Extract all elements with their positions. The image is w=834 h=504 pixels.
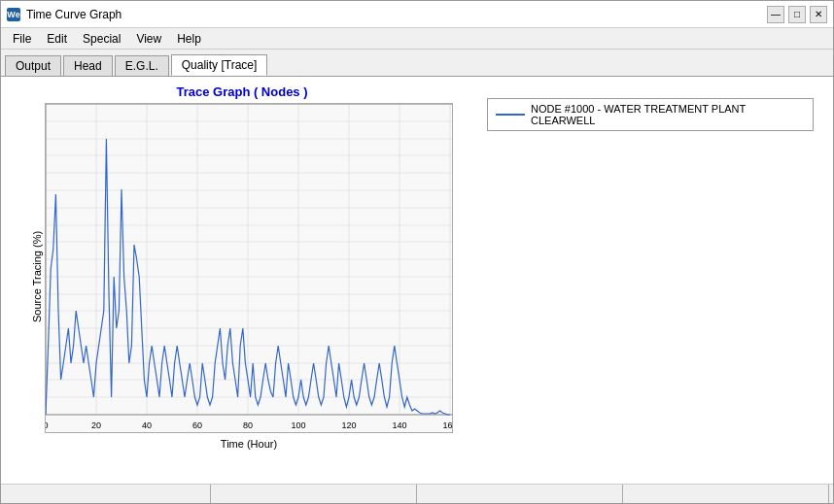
menu-help[interactable]: Help [169,30,209,48]
tab-head[interactable]: Head [63,55,113,76]
tab-egl[interactable]: E.G.L. [115,55,169,76]
x-axis-label: Time (Hour) [45,438,453,450]
status-segment-0 [5,485,211,503]
legend-area: NODE #1000 - WATER TREATMENT PLANT CLEAR… [475,84,825,476]
minimize-button[interactable]: — [767,6,784,23]
chart-with-axes: 0 5 10 15 20 25 30 35 40 45 50 [45,103,453,450]
legend-item-0: NODE #1000 - WATER TREATMENT PLANT CLEAR… [487,98,814,131]
svg-text:40: 40 [142,420,152,430]
svg-text:140: 140 [392,420,406,430]
y-axis-label: Source Tracing (%) [31,103,43,450]
menu-edit[interactable]: Edit [39,30,75,48]
svg-text:100: 100 [291,420,305,430]
status-segment-2 [417,485,623,503]
close-button[interactable]: ✕ [810,6,827,23]
window-title: Time Curve Graph [26,8,122,21]
svg-text:80: 80 [243,420,253,430]
legend-line-0 [496,114,525,116]
chart-svg: 0 5 10 15 20 25 30 35 40 45 50 [45,103,453,433]
app-icon: We [7,8,20,21]
tab-bar: Output Head E.G.L. Quality [Trace] [1,50,833,77]
status-bar [1,484,833,503]
main-window: We Time Curve Graph — □ ✕ File Edit Spec… [0,0,834,504]
chart-svg-wrapper: 0 5 10 15 20 25 30 35 40 45 50 [45,103,453,436]
title-bar-controls: — □ ✕ [767,6,827,23]
title-bar: We Time Curve Graph — □ ✕ [1,1,833,28]
menu-bar: File Edit Special View Help [1,28,833,50]
legend-label-0: NODE #1000 - WATER TREATMENT PLANT CLEAR… [531,103,805,126]
maximize-button[interactable]: □ [788,6,806,23]
svg-text:20: 20 [91,420,101,430]
menu-file[interactable]: File [5,30,39,48]
svg-text:120: 120 [341,420,356,430]
status-segment-1 [211,485,417,503]
chart-inner: Source Tracing (%) [31,103,453,450]
main-content: Trace Graph ( Nodes ) Source Tracing (%) [1,77,833,484]
chart-title: Trace Graph ( Nodes ) [9,84,475,99]
status-segment-3 [623,485,829,503]
tab-quality-trace[interactable]: Quality [Trace] [171,54,268,76]
svg-text:60: 60 [192,420,202,430]
svg-text:0: 0 [45,420,49,430]
menu-view[interactable]: View [128,30,169,48]
menu-special[interactable]: Special [75,30,128,48]
title-bar-left: We Time Curve Graph [7,8,122,21]
chart-area: Trace Graph ( Nodes ) Source Tracing (%) [1,77,833,484]
tab-output[interactable]: Output [5,55,61,76]
chart-container: Trace Graph ( Nodes ) Source Tracing (%) [9,84,475,476]
svg-text:160: 160 [442,420,453,430]
